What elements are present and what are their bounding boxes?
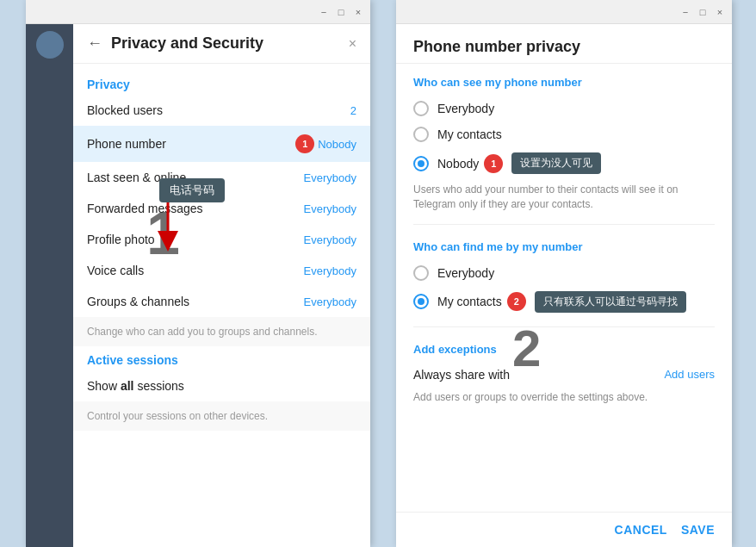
blocked-users-value: 2 — [350, 104, 356, 117]
window-content-left: ← Privacy and Security × Privacy Blocked… — [26, 24, 370, 547]
dialog-footer: CANCEL SAVE — [396, 512, 732, 547]
privacy-item-groups[interactable]: Groups & channels Everybody — [73, 286, 370, 317]
privacy-security-window: − □ × ← Privacy and Security × Privacy B… — [26, 0, 370, 547]
privacy-header: ← Privacy and Security × — [73, 24, 370, 64]
voice-calls-label: Voice calls — [87, 264, 304, 277]
profile-photo-value: Everybody — [304, 233, 356, 246]
radio-mycontacts1-circle[interactable] — [413, 127, 429, 142]
sessions-footer: Control your sessions on other devices. — [73, 401, 370, 431]
dialog-title: Phone number privacy — [413, 38, 715, 56]
privacy-body: Privacy Blocked users 2 Phone number 1 N… — [73, 64, 370, 547]
titlebar-left: − □ × — [26, 0, 370, 24]
privacy-item-blocked-users[interactable]: Blocked users 2 — [73, 95, 370, 126]
menu-icon[interactable] — [36, 31, 64, 59]
phone-number-label: Phone number — [87, 137, 295, 151]
radio-everybody2[interactable]: Everybody — [413, 260, 715, 286]
contacts-tooltip: 只有联系人可以通过号码寻找 — [535, 291, 686, 313]
section1-label: Who can see my phone number — [413, 64, 715, 96]
add-note: Add users or groups to override the sett… — [413, 387, 715, 413]
radio-mycontacts2-label: My contacts — [437, 295, 502, 308]
radio-mycontacts1-label: My contacts — [437, 127, 502, 141]
privacy-panel: ← Privacy and Security × Privacy Blocked… — [73, 24, 370, 547]
show-all-sessions-item[interactable]: Show all sessions — [73, 370, 370, 401]
titlebar-right: − □ × — [396, 0, 732, 24]
always-share-row: Always share with Add users — [413, 363, 715, 387]
minimize-btn[interactable]: − — [317, 5, 331, 19]
dialog-body: Who can see my phone number Everybody My… — [396, 64, 732, 512]
radio-nobody1[interactable]: Nobody 1 设置为没人可见 — [413, 147, 715, 179]
step-badge-2-right: 2 — [507, 292, 526, 311]
radio-everybody2-circle[interactable] — [413, 265, 429, 281]
back-button[interactable]: ← — [87, 34, 102, 53]
groups-footer: Change who can add you to groups and cha… — [73, 317, 370, 346]
cancel-button[interactable]: CANCEL — [615, 523, 667, 537]
section2-label: Who can find me by my number — [413, 228, 715, 260]
radio-mycontacts2-circle[interactable] — [413, 294, 429, 309]
chat-sidebar-left — [26, 24, 73, 547]
dialog-header: Phone number privacy — [396, 24, 732, 64]
radio-mycontacts1[interactable]: My contacts — [413, 121, 715, 147]
radio-everybody1-label: Everybody — [437, 102, 494, 115]
phone-tooltip-annotation: 电话号码 — [159, 178, 225, 202]
privacy-section-label: Privacy — [73, 71, 370, 95]
step-badge-1: 1 — [295, 134, 314, 153]
privacy-item-profile-photo[interactable]: Profile photo Everybody — [73, 224, 370, 255]
close-btn-right[interactable]: × — [713, 5, 727, 19]
forwarded-value: Everybody — [304, 202, 356, 215]
nobody-tooltip: 设置为没人可见 — [511, 152, 601, 174]
close-window-btn[interactable]: × — [351, 5, 365, 19]
voice-calls-value: Everybody — [304, 264, 356, 277]
radio-nobody1-label: Nobody — [437, 157, 479, 171]
last-seen-value: Everybody — [304, 171, 356, 184]
add-exceptions-label: Add exceptions — [413, 331, 715, 363]
phone-tooltip-bubble: 电话号码 — [159, 178, 225, 202]
profile-photo-label: Profile photo — [87, 233, 304, 246]
save-button[interactable]: SAVE — [681, 523, 715, 537]
privacy-panel-title: Privacy and Security — [111, 34, 340, 53]
radio-everybody2-label: Everybody — [437, 266, 494, 280]
forwarded-label: Forwarded messages — [87, 202, 304, 215]
privacy-item-voice-calls[interactable]: Voice calls Everybody — [73, 255, 370, 286]
always-share-label: Always share with — [413, 368, 510, 382]
phone-number-value: Nobody — [318, 138, 356, 151]
mycontacts-row: My contacts 2 只有联系人可以通过号码寻找 — [437, 291, 686, 313]
maximize-btn[interactable]: □ — [334, 5, 348, 19]
show-all-sessions-label: Show all sessions — [87, 379, 356, 393]
radio-mycontacts2[interactable]: My contacts 2 只有联系人可以通过号码寻找 — [413, 286, 715, 318]
divider2 — [413, 326, 715, 327]
section1-info: Users who add your number to their conta… — [413, 179, 715, 221]
phone-privacy-dialog: − □ × Phone number privacy Who can see m… — [396, 0, 732, 547]
radio-everybody1[interactable]: Everybody — [413, 96, 715, 121]
privacy-item-phone-number[interactable]: Phone number 1 Nobody — [73, 126, 370, 162]
divider1 — [413, 224, 715, 225]
groups-value: Everybody — [304, 295, 356, 308]
radio-nobody1-circle[interactable] — [413, 156, 429, 171]
blocked-users-label: Blocked users — [87, 103, 350, 117]
groups-label: Groups & channels — [87, 295, 304, 308]
maximize-btn-right[interactable]: □ — [696, 5, 710, 19]
active-sessions-label: Active sessions — [73, 346, 370, 370]
radio-everybody1-circle[interactable] — [413, 101, 429, 116]
minimize-btn-right[interactable]: − — [679, 5, 692, 19]
add-users-link[interactable]: Add users — [664, 368, 715, 381]
close-panel-button[interactable]: × — [349, 36, 356, 52]
step-badge-1-right: 1 — [484, 154, 503, 173]
nobody-row: Nobody 1 设置为没人可见 — [437, 152, 601, 174]
